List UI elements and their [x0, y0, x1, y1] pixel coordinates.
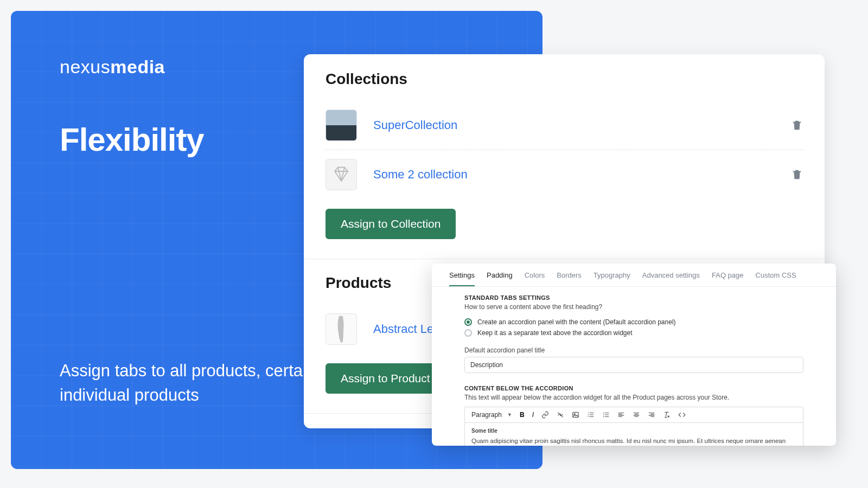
collection-row: Some 2 collection — [326, 150, 803, 199]
section-divider — [304, 259, 825, 259]
tab-advanced[interactable]: Advanced settings — [642, 271, 700, 286]
editor-toolbar: Paragraph▼ B I — [464, 407, 803, 422]
collection-row: SuperCollection — [326, 101, 803, 150]
clear-format-icon[interactable] — [663, 411, 671, 419]
editor-content[interactable]: Some title Quam adipiscing vitae proin s… — [464, 422, 803, 446]
radio-option-accordion[interactable]: Create an accordion panel with the conte… — [464, 318, 803, 326]
code-icon[interactable] — [678, 411, 686, 419]
italic-icon[interactable]: I — [532, 411, 534, 419]
svg-rect-0 — [573, 412, 579, 417]
assign-collection-button[interactable]: Assign to Collection — [326, 209, 456, 239]
collection-link[interactable]: Some 2 collection — [373, 168, 791, 182]
product-thumb — [326, 313, 357, 345]
panel-title-label: Default accordion panel title — [464, 346, 803, 354]
list-bullet-icon[interactable] — [602, 411, 610, 419]
content-below-help: This text will appear below the accordio… — [464, 394, 803, 401]
collection-thumb — [326, 110, 357, 141]
assign-product-button[interactable]: Assign to Product — [326, 363, 445, 394]
align-center-icon[interactable] — [633, 411, 640, 419]
bold-icon[interactable]: B — [520, 411, 525, 419]
list-ordered-icon[interactable] — [587, 411, 595, 419]
format-dropdown[interactable]: Paragraph▼ — [471, 411, 512, 419]
align-right-icon[interactable] — [648, 411, 655, 419]
tab-faq[interactable]: FAQ page — [712, 271, 744, 286]
svg-point-2 — [603, 413, 604, 414]
radio-label: Create an accordion panel with the conte… — [477, 318, 676, 326]
tab-typography[interactable]: Typography — [593, 271, 630, 286]
tab-padding[interactable]: Padding — [487, 271, 513, 286]
standard-tabs-help: How to serve a content above the first h… — [464, 303, 803, 311]
radio-label: Keep it as a separate text above the acc… — [477, 329, 633, 337]
settings-tabs: Settings Padding Colors Borders Typograp… — [432, 264, 836, 287]
link-icon[interactable] — [541, 411, 549, 419]
tab-colors[interactable]: Colors — [525, 271, 545, 286]
tab-borders[interactable]: Borders — [557, 271, 582, 286]
content-below-caption: CONTENT BELOW THE ACCORDION — [464, 385, 803, 391]
collection-link[interactable]: SuperCollection — [373, 118, 791, 132]
collection-thumb — [326, 159, 357, 190]
settings-body: STANDARD TABS SETTINGS How to serve a co… — [432, 287, 836, 446]
unlink-icon[interactable] — [557, 411, 564, 419]
collections-heading: Collections — [326, 70, 803, 88]
brand-light: nexus — [60, 56, 110, 77]
svg-point-4 — [603, 416, 604, 418]
radio-option-separate[interactable]: Keep it as a separate text above the acc… — [464, 329, 803, 337]
align-left-icon[interactable] — [617, 411, 625, 419]
radio-icon — [464, 329, 472, 337]
tab-custom-css[interactable]: Custom CSS — [756, 271, 796, 286]
radio-icon — [464, 318, 472, 326]
editor-body: Quam adipiscing vitae proin sagittis nis… — [471, 438, 786, 446]
tab-settings[interactable]: Settings — [449, 271, 475, 286]
standard-tabs-caption: STANDARD TABS SETTINGS — [464, 294, 803, 301]
editor-heading: Some title — [471, 427, 796, 435]
svg-point-3 — [603, 414, 604, 415]
trash-icon[interactable] — [791, 118, 803, 132]
brand-bold: media — [110, 56, 165, 77]
panel-title-input[interactable] — [464, 357, 803, 373]
settings-card: Settings Padding Colors Borders Typograp… — [432, 264, 836, 446]
image-icon[interactable] — [572, 411, 579, 419]
trash-icon[interactable] — [791, 168, 803, 182]
